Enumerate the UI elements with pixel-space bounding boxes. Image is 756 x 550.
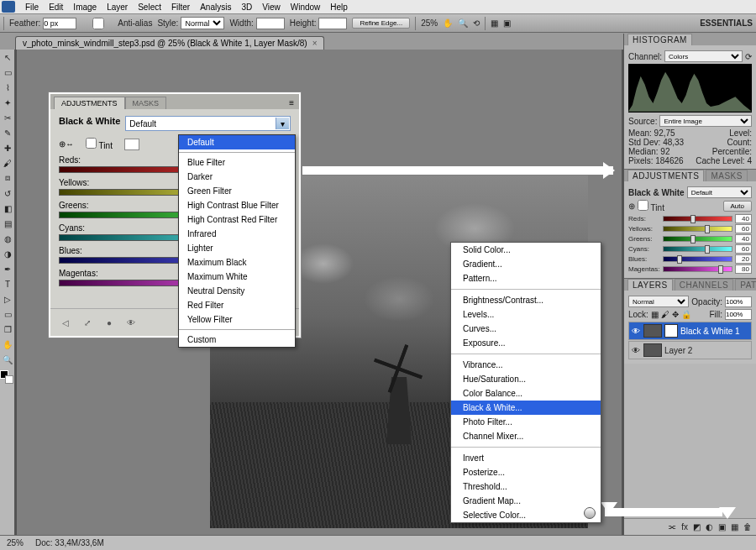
arrange-icon[interactable]: ▦ bbox=[491, 18, 498, 28]
menu-layer[interactable]: Layer bbox=[102, 1, 133, 13]
crop-tool-icon[interactable]: ✂ bbox=[0, 110, 15, 125]
slider-yellows[interactable]: Yellows:60 bbox=[628, 224, 752, 233]
menu-select[interactable]: Select bbox=[133, 1, 166, 13]
slider-magentas[interactable]: Magentas:80 bbox=[628, 265, 752, 274]
preset-option[interactable]: High Contrast Red Filter bbox=[179, 212, 295, 227]
adjustments-tab[interactable]: ADJUSTMENTS bbox=[627, 170, 704, 181]
ctx-item[interactable]: Gradient... bbox=[451, 257, 601, 271]
workspace-switcher[interactable]: ESSENTIALS bbox=[700, 18, 753, 28]
tint-swatch[interactable] bbox=[124, 139, 139, 150]
preset-option[interactable]: Custom bbox=[179, 333, 295, 347]
back-icon[interactable]: ◁ bbox=[59, 316, 72, 329]
lock-transparent-icon[interactable]: ▦ bbox=[651, 310, 659, 319]
gradient-tool-icon[interactable]: ▤ bbox=[0, 216, 15, 231]
menu-filter[interactable]: Filter bbox=[166, 1, 195, 13]
channel-select[interactable]: Colors bbox=[664, 50, 743, 62]
menu-analysis[interactable]: Analysis bbox=[195, 1, 236, 13]
lock-all-icon[interactable]: 🔒 bbox=[681, 310, 691, 319]
slider-blues[interactable]: Blues:20 bbox=[628, 254, 752, 264]
layer-row[interactable]: 👁Layer 2 bbox=[628, 341, 752, 359]
ctx-item[interactable]: Photo Filter... bbox=[451, 415, 601, 429]
ctx-item[interactable]: Selective Color... bbox=[451, 508, 601, 522]
menu-view[interactable]: View bbox=[257, 1, 286, 13]
preset-option[interactable]: Green Filter bbox=[179, 184, 295, 198]
close-tab-icon[interactable]: × bbox=[312, 39, 318, 48]
preset-option[interactable]: Maximum White bbox=[179, 270, 295, 284]
preset-option[interactable]: High Contrast Blue Filter bbox=[179, 198, 295, 212]
feather-input[interactable] bbox=[43, 18, 76, 29]
type-tool-icon[interactable]: T bbox=[0, 276, 15, 291]
path-tool-icon[interactable]: ▷ bbox=[0, 291, 15, 306]
ctx-item[interactable]: Color Balance... bbox=[451, 386, 601, 401]
ctx-item[interactable]: Vibrance... bbox=[451, 358, 601, 372]
refresh-icon[interactable]: ⟳ bbox=[745, 52, 752, 61]
lock-pixels-icon[interactable]: 🖌 bbox=[661, 310, 669, 319]
expand-icon[interactable]: ⤢ bbox=[81, 316, 94, 329]
menu-image[interactable]: Image bbox=[68, 1, 102, 13]
ctx-item[interactable]: Threshold... bbox=[451, 479, 601, 494]
source-select[interactable]: Entire Image bbox=[659, 115, 752, 127]
fill-input[interactable] bbox=[725, 309, 752, 320]
ctx-item[interactable]: Brightness/Contrast... bbox=[451, 293, 601, 307]
tint-checkbox[interactable]: Tint bbox=[638, 200, 664, 212]
channels-tab[interactable]: CHANNELS bbox=[675, 279, 733, 291]
width-input[interactable] bbox=[256, 18, 285, 29]
ctx-item[interactable]: Pattern... bbox=[451, 271, 601, 285]
screen-mode-icon[interactable]: ▣ bbox=[503, 18, 511, 28]
preset-option[interactable]: Lighter bbox=[179, 241, 295, 255]
ctx-item[interactable]: Invert bbox=[451, 451, 601, 465]
preset-dropdown[interactable]: Default▾ bbox=[125, 116, 291, 131]
panel-menu-icon[interactable]: ≡ bbox=[284, 97, 299, 109]
eraser-tool-icon[interactable]: ◧ bbox=[0, 201, 15, 216]
layer-fx-icon[interactable]: fx bbox=[681, 522, 688, 532]
preset-option[interactable]: Infrared bbox=[179, 227, 295, 241]
preset-option[interactable]: Default bbox=[179, 135, 295, 149]
layers-tab[interactable]: LAYERS bbox=[627, 279, 673, 291]
status-zoom[interactable]: 25% bbox=[7, 538, 24, 547]
big-tint-checkbox[interactable]: Tint bbox=[86, 138, 113, 150]
paths-tab[interactable]: PATHS bbox=[735, 279, 756, 291]
menu-3d[interactable]: 3D bbox=[236, 1, 257, 13]
move-tool-icon[interactable]: ↖ bbox=[0, 50, 15, 65]
height-input[interactable] bbox=[318, 18, 347, 29]
layer-mask-icon[interactable]: ◩ bbox=[693, 522, 701, 532]
histogram-tab[interactable]: HISTOGRAM bbox=[627, 34, 692, 45]
slider-cyans[interactable]: Cyans:60 bbox=[628, 244, 752, 254]
menu-help[interactable]: Help bbox=[325, 1, 353, 13]
menu-window[interactable]: Window bbox=[286, 1, 326, 13]
menu-edit[interactable]: Edit bbox=[44, 1, 68, 13]
ctx-item[interactable]: Exposure... bbox=[451, 336, 601, 350]
shape-tool-icon[interactable]: ▭ bbox=[0, 306, 15, 322]
ctx-item[interactable]: Channel Mixer... bbox=[451, 429, 601, 443]
big-masks-tab[interactable]: MASKS bbox=[125, 97, 167, 109]
ctx-item[interactable]: Hue/Saturation... bbox=[451, 372, 601, 386]
menu-file[interactable]: File bbox=[20, 1, 44, 13]
marquee-tool-icon[interactable]: ▭ bbox=[0, 65, 15, 80]
hand-icon[interactable]: ✋ bbox=[443, 18, 453, 28]
blur-tool-icon[interactable]: ◍ bbox=[0, 231, 15, 246]
visibility-icon[interactable]: 👁 bbox=[631, 346, 641, 355]
ctx-item[interactable]: Posterize... bbox=[451, 465, 601, 479]
dodge-tool-icon[interactable]: ◑ bbox=[0, 246, 15, 261]
ctx-item[interactable]: Black & White... bbox=[451, 401, 601, 415]
brush-tool-icon[interactable]: 🖌 bbox=[0, 155, 15, 170]
ctx-item[interactable]: Gradient Map... bbox=[451, 494, 601, 508]
pen-tool-icon[interactable]: ✒ bbox=[0, 261, 15, 276]
zoom-icon[interactable]: 🔍 bbox=[458, 18, 468, 28]
history-brush-icon[interactable]: ↺ bbox=[0, 186, 15, 201]
clip-icon[interactable]: ● bbox=[102, 316, 116, 329]
link-layers-icon[interactable]: ⫘ bbox=[668, 522, 676, 532]
preset-option[interactable]: Neutral Density bbox=[179, 284, 295, 298]
blend-mode-select[interactable]: Normal bbox=[628, 296, 689, 307]
eyedropper-tool-icon[interactable]: ✎ bbox=[0, 125, 15, 140]
lock-position-icon[interactable]: ✥ bbox=[672, 310, 679, 319]
preset-option[interactable]: Maximum Black bbox=[179, 255, 295, 270]
rotate-icon[interactable]: ⟲ bbox=[473, 18, 480, 28]
zoom-tool-icon[interactable]: 🔍 bbox=[0, 352, 15, 367]
document-tab[interactable]: v_photo_minsk_windmill_step3.psd @ 25% (… bbox=[15, 36, 324, 50]
big-adjustments-tab[interactable]: ADJUSTMENTS bbox=[54, 97, 125, 109]
hand-tool-icon[interactable]: ✋ bbox=[0, 337, 15, 352]
visibility-icon[interactable]: 👁 bbox=[631, 327, 641, 336]
adjustment-layer-icon[interactable]: ◐ bbox=[706, 522, 713, 532]
stamp-tool-icon[interactable]: ⧈ bbox=[0, 170, 15, 186]
